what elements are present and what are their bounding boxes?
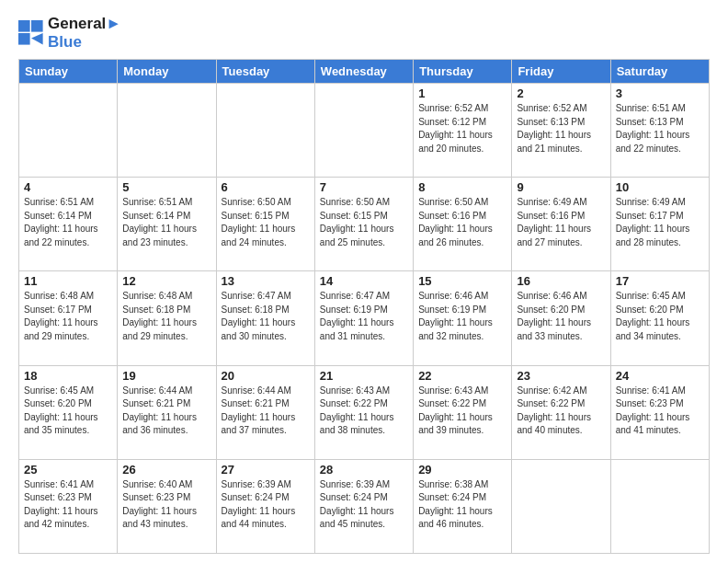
calendar-cell: 4Sunrise: 6:51 AM Sunset: 6:14 PM Daylig… [19,178,118,271]
day-number: 10 [616,180,704,194]
calendar-cell [610,459,709,553]
calendar-cell: 8Sunrise: 6:50 AM Sunset: 6:16 PM Daylig… [414,178,512,271]
day-number: 28 [320,463,408,477]
calendar-cell: 21Sunrise: 6:43 AM Sunset: 6:22 PM Dayli… [314,365,413,459]
calendar-cell: 14Sunrise: 6:47 AM Sunset: 6:19 PM Dayli… [314,271,413,365]
calendar-cell: 16Sunrise: 6:46 AM Sunset: 6:20 PM Dayli… [512,271,610,365]
day-info: Sunrise: 6:48 AM Sunset: 6:18 PM Dayligh… [122,290,210,343]
day-header-tuesday: Tuesday [216,60,314,84]
day-info: Sunrise: 6:50 AM Sunset: 6:15 PM Dayligh… [320,196,408,249]
logo: General► Blue [18,15,121,52]
day-info: Sunrise: 6:40 AM Sunset: 6:23 PM Dayligh… [122,478,210,532]
calendar-cell: 26Sunrise: 6:40 AM Sunset: 6:23 PM Dayli… [118,459,216,553]
calendar-cell [216,84,314,178]
day-number: 11 [24,274,112,288]
calendar-cell: 24Sunrise: 6:41 AM Sunset: 6:23 PM Dayli… [610,365,709,459]
day-number: 29 [418,463,506,477]
day-info: Sunrise: 6:45 AM Sunset: 6:20 PM Dayligh… [24,385,112,438]
calendar-cell [118,84,216,178]
day-number: 1 [418,86,506,100]
day-header-sunday: Sunday [19,60,118,84]
calendar-cell: 7Sunrise: 6:50 AM Sunset: 6:15 PM Daylig… [314,178,413,271]
calendar-cell: 25Sunrise: 6:41 AM Sunset: 6:23 PM Dayli… [19,459,118,553]
calendar-cell: 22Sunrise: 6:43 AM Sunset: 6:22 PM Dayli… [414,365,512,459]
day-number: 9 [517,180,605,194]
header: General► Blue [18,15,710,52]
day-number: 8 [418,180,506,194]
day-number: 21 [320,369,408,383]
day-number: 25 [24,463,112,477]
day-number: 17 [616,274,704,288]
day-number: 26 [122,463,210,477]
calendar-table: SundayMondayTuesdayWednesdayThursdayFrid… [18,59,710,554]
calendar-week-row: 11Sunrise: 6:48 AM Sunset: 6:17 PM Dayli… [19,271,710,365]
calendar-cell: 13Sunrise: 6:47 AM Sunset: 6:18 PM Dayli… [216,271,314,365]
day-number: 18 [24,369,112,383]
day-info: Sunrise: 6:39 AM Sunset: 6:24 PM Dayligh… [222,478,310,532]
calendar-cell: 15Sunrise: 6:46 AM Sunset: 6:19 PM Dayli… [414,271,512,365]
day-info: Sunrise: 6:43 AM Sunset: 6:22 PM Dayligh… [320,385,408,438]
calendar-cell: 1Sunrise: 6:52 AM Sunset: 6:12 PM Daylig… [414,84,512,178]
day-number: 15 [418,274,506,288]
day-info: Sunrise: 6:48 AM Sunset: 6:17 PM Dayligh… [24,290,112,343]
day-number: 22 [418,369,506,383]
day-info: Sunrise: 6:45 AM Sunset: 6:20 PM Dayligh… [616,290,704,343]
calendar-cell: 23Sunrise: 6:42 AM Sunset: 6:22 PM Dayli… [512,365,610,459]
day-info: Sunrise: 6:43 AM Sunset: 6:22 PM Dayligh… [418,385,506,438]
day-info: Sunrise: 6:52 AM Sunset: 6:12 PM Dayligh… [418,102,506,155]
day-info: Sunrise: 6:49 AM Sunset: 6:16 PM Dayligh… [517,196,605,249]
calendar-cell: 10Sunrise: 6:49 AM Sunset: 6:17 PM Dayli… [610,178,709,271]
calendar-cell: 29Sunrise: 6:38 AM Sunset: 6:24 PM Dayli… [414,459,512,553]
svg-rect-0 [18,20,30,32]
day-number: 24 [616,369,704,383]
day-info: Sunrise: 6:52 AM Sunset: 6:13 PM Dayligh… [517,102,605,155]
calendar-week-row: 18Sunrise: 6:45 AM Sunset: 6:20 PM Dayli… [19,365,710,459]
calendar-cell: 9Sunrise: 6:49 AM Sunset: 6:16 PM Daylig… [512,178,610,271]
day-info: Sunrise: 6:44 AM Sunset: 6:21 PM Dayligh… [222,385,310,438]
day-number: 23 [517,369,605,383]
calendar-cell: 20Sunrise: 6:44 AM Sunset: 6:21 PM Dayli… [216,365,314,459]
day-number: 19 [122,369,210,383]
day-number: 27 [222,463,310,477]
day-number: 13 [222,274,310,288]
calendar-week-row: 1Sunrise: 6:52 AM Sunset: 6:12 PM Daylig… [19,84,710,178]
calendar-cell [314,84,413,178]
day-info: Sunrise: 6:49 AM Sunset: 6:17 PM Dayligh… [616,196,704,249]
calendar-cell: 3Sunrise: 6:51 AM Sunset: 6:13 PM Daylig… [610,84,709,178]
day-info: Sunrise: 6:50 AM Sunset: 6:15 PM Dayligh… [222,196,310,249]
calendar-cell: 11Sunrise: 6:48 AM Sunset: 6:17 PM Dayli… [19,271,118,365]
day-info: Sunrise: 6:51 AM Sunset: 6:13 PM Dayligh… [616,102,704,155]
day-number: 5 [122,180,210,194]
calendar-cell: 18Sunrise: 6:45 AM Sunset: 6:20 PM Dayli… [19,365,118,459]
svg-marker-3 [31,33,43,45]
calendar-cell: 6Sunrise: 6:50 AM Sunset: 6:15 PM Daylig… [216,178,314,271]
day-info: Sunrise: 6:38 AM Sunset: 6:24 PM Dayligh… [418,478,506,532]
day-header-friday: Friday [512,60,610,84]
day-info: Sunrise: 6:47 AM Sunset: 6:19 PM Dayligh… [320,290,408,343]
day-number: 3 [616,86,704,100]
day-info: Sunrise: 6:41 AM Sunset: 6:23 PM Dayligh… [24,478,112,532]
day-info: Sunrise: 6:50 AM Sunset: 6:16 PM Dayligh… [418,196,506,249]
calendar-cell [512,459,610,553]
day-number: 4 [24,180,112,194]
day-info: Sunrise: 6:46 AM Sunset: 6:19 PM Dayligh… [418,290,506,343]
calendar-cell: 27Sunrise: 6:39 AM Sunset: 6:24 PM Dayli… [216,459,314,553]
calendar-week-row: 4Sunrise: 6:51 AM Sunset: 6:14 PM Daylig… [19,178,710,271]
calendar-cell: 28Sunrise: 6:39 AM Sunset: 6:24 PM Dayli… [314,459,413,553]
day-info: Sunrise: 6:51 AM Sunset: 6:14 PM Dayligh… [24,196,112,249]
calendar-week-row: 25Sunrise: 6:41 AM Sunset: 6:23 PM Dayli… [19,459,710,553]
day-number: 20 [222,369,310,383]
day-info: Sunrise: 6:51 AM Sunset: 6:14 PM Dayligh… [122,196,210,249]
day-number: 2 [517,86,605,100]
day-info: Sunrise: 6:41 AM Sunset: 6:23 PM Dayligh… [616,385,704,438]
calendar-cell: 12Sunrise: 6:48 AM Sunset: 6:18 PM Dayli… [118,271,216,365]
day-number: 7 [320,180,408,194]
calendar-cell [19,84,118,178]
day-number: 12 [122,274,210,288]
logo-text: General► Blue [48,15,121,52]
day-number: 14 [320,274,408,288]
calendar-cell: 5Sunrise: 6:51 AM Sunset: 6:14 PM Daylig… [118,178,216,271]
day-header-saturday: Saturday [610,60,709,84]
day-header-wednesday: Wednesday [314,60,413,84]
calendar-cell: 17Sunrise: 6:45 AM Sunset: 6:20 PM Dayli… [610,271,709,365]
